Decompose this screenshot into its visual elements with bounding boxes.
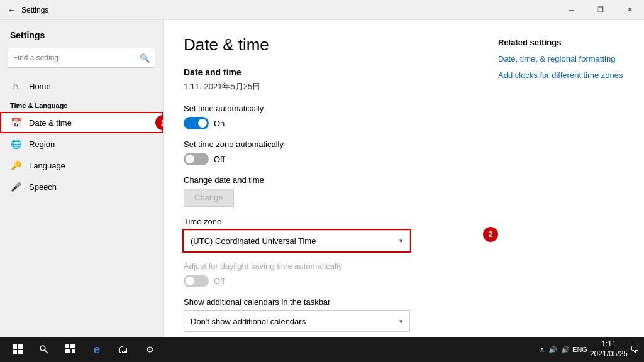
sidebar-item-region[interactable]: 🌐 Region	[0, 133, 163, 155]
svg-rect-2	[13, 350, 17, 354]
calendar-dropdown[interactable]: Don't show additional calendars ▾	[184, 310, 410, 332]
sidebar-item-speech[interactable]: 🎤 Speech	[0, 176, 163, 197]
search-box[interactable]: 🔍	[8, 48, 155, 68]
edge-button[interactable]: e	[84, 337, 109, 362]
change-date-label: Change date and time	[184, 175, 473, 185]
daylight-toggle[interactable]	[184, 275, 209, 287]
daylight-row: Adjust for daylight saving time automati…	[184, 261, 473, 287]
change-button[interactable]: Change	[184, 189, 234, 207]
dropdown-arrow-icon: ▾	[399, 237, 403, 245]
svg-rect-3	[18, 350, 23, 354]
set-timezone-auto-label: Set time zone automatically	[184, 140, 473, 149]
svg-rect-7	[70, 344, 75, 348]
toggle-knob	[186, 155, 194, 163]
timezone-label: Time zone	[184, 217, 473, 226]
set-time-auto-row: Set time automatically On	[184, 104, 473, 129]
svg-rect-6	[65, 344, 69, 348]
taskbar: e 🗂 ⚙ ∧ 🔊 🔊 ENG 1:11 2021/05/25 🗨	[0, 337, 644, 362]
sidebar-title: Settings	[0, 20, 163, 45]
sidebar-item-home[interactable]: ⌂ Home	[0, 75, 163, 97]
taskbar-time-value: 1:11	[590, 339, 628, 349]
sidebar-item-label: Home	[29, 82, 51, 91]
titlebar-title: Settings	[21, 6, 48, 14]
search-icon: 🔍	[140, 53, 150, 63]
titlebar-left: ← Settings	[8, 5, 48, 15]
datetime-icon: 📅	[10, 117, 21, 128]
sidebar-section-label: Time & Language	[0, 97, 163, 112]
search-taskbar-button[interactable]	[31, 337, 57, 362]
network-icon[interactable]: 🔊	[561, 346, 570, 354]
set-timezone-auto-row: Set time zone automatically Off	[184, 140, 473, 165]
set-time-auto-value: On	[214, 119, 225, 128]
titlebar: ← Settings ─ ❐ ✕	[0, 0, 644, 20]
calendar-label: Show additional calendars in the taskbar	[184, 297, 473, 307]
titlebar-controls: ─ ❐ ✕	[557, 0, 644, 20]
chevron-icon[interactable]: ∧	[540, 346, 545, 354]
language-icon: 🔑	[10, 160, 21, 171]
taskview-button[interactable]	[58, 337, 83, 362]
svg-line-5	[45, 351, 48, 354]
app-container: Settings 🔍 ⌂ Home Time & Language 📅 Date…	[0, 20, 644, 337]
svg-rect-1	[18, 344, 23, 349]
daylight-label: Adjust for daylight saving time automati…	[184, 261, 473, 271]
related-settings-title: Related settings	[498, 38, 624, 47]
close-button[interactable]: ✕	[615, 0, 644, 20]
sidebar-item-label: Region	[29, 140, 55, 149]
sidebar-item-datetime[interactable]: 📅 Date & time	[0, 112, 163, 133]
restore-button[interactable]: ❐	[586, 0, 615, 20]
taskbar-clock[interactable]: 1:11 2021/05/25	[590, 339, 628, 359]
set-time-auto-label: Set time automatically	[184, 104, 473, 113]
svg-rect-9	[72, 349, 75, 353]
sidebar-item-label: Speech	[29, 182, 57, 192]
explorer-button[interactable]: 🗂	[111, 337, 136, 362]
svg-rect-8	[65, 349, 70, 353]
sidebar: Settings 🔍 ⌂ Home Time & Language 📅 Date…	[0, 20, 164, 337]
taskbar-right: ∧ 🔊 🔊 ENG 1:11 2021/05/25 🗨	[540, 339, 639, 359]
taskbar-left: e 🗂 ⚙	[5, 337, 162, 362]
settings-title-text: Settings	[10, 30, 45, 40]
set-timezone-auto-value: Off	[214, 155, 225, 164]
timezone-dropdown[interactable]: (UTC) Coordinated Universal Time ▾	[184, 230, 410, 251]
taskbar-system-icons: ∧ 🔊 🔊	[540, 346, 570, 354]
settings-taskbar-button[interactable]: ⚙	[137, 337, 162, 362]
daylight-toggle-row: Off	[184, 275, 473, 287]
sidebar-item-label: Date & time	[29, 118, 72, 128]
start-button[interactable]	[5, 337, 30, 362]
speaker-icon[interactable]: 🔊	[548, 346, 557, 354]
lang-indicator[interactable]: ENG	[572, 346, 587, 353]
taskbar-date-value: 2021/05/25	[590, 349, 628, 359]
toggle-knob	[186, 277, 194, 285]
badge-2: 2	[483, 227, 498, 242]
search-input[interactable]	[13, 53, 140, 62]
set-time-auto-toggle-row: On	[184, 117, 473, 129]
set-timezone-auto-toggle[interactable]	[184, 153, 209, 165]
minimize-button[interactable]: ─	[557, 0, 586, 20]
related-link-1[interactable]: Date, time, & regional formatting	[498, 53, 624, 65]
calendar-row: Show additional calendars in the taskbar…	[184, 297, 473, 332]
speech-icon: 🎤	[10, 181, 21, 192]
related-settings: Related settings Date, time, & regional …	[498, 35, 624, 322]
sidebar-item-language[interactable]: 🔑 Language	[0, 155, 163, 176]
toggle-knob	[198, 119, 207, 128]
dropdown-arrow-icon: ▾	[399, 317, 403, 326]
timezone-value: (UTC) Coordinated Universal Time	[191, 236, 316, 246]
change-date-row: Change date and time Change	[184, 175, 473, 207]
svg-point-4	[40, 346, 45, 351]
back-icon[interactable]: ←	[8, 5, 16, 15]
related-link-2[interactable]: Add clocks for different time zones	[498, 70, 624, 81]
notification-icon[interactable]: 🗨	[630, 344, 639, 354]
timezone-row: Time zone (UTC) Coordinated Universal Ti…	[184, 217, 473, 251]
content-area: Date & time Date and time 1:11, 2021年5月2…	[164, 20, 644, 337]
section-title: Date and time	[184, 67, 473, 77]
daylight-value: Off	[214, 277, 225, 286]
sidebar-item-datetime-wrapper: 📅 Date & time 1	[0, 112, 163, 133]
region-icon: 🌐	[10, 138, 21, 150]
sidebar-item-label: Language	[29, 161, 65, 170]
content-main: Date & time Date and time 1:11, 2021年5月2…	[184, 35, 473, 322]
current-datetime: 1:11, 2021年5月25日	[184, 81, 473, 92]
home-icon: ⌂	[10, 80, 21, 92]
set-time-auto-toggle[interactable]	[184, 117, 209, 129]
set-timezone-auto-toggle-row: Off	[184, 153, 473, 165]
svg-rect-0	[13, 344, 17, 349]
page-title: Date & time	[184, 35, 473, 55]
